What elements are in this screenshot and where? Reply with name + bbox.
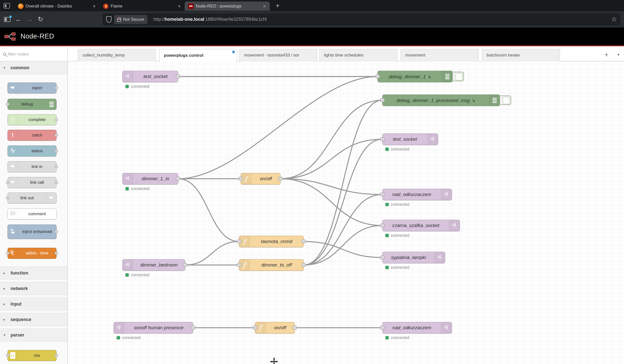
wire-onoff1-to-nad1[interactable]	[280, 179, 382, 194]
flow-node-ts_top[interactable]: test_socket	[122, 71, 178, 82]
filter-nodes-input[interactable]	[8, 52, 58, 57]
node-output-port[interactable]	[278, 177, 282, 180]
node-input-port[interactable]	[237, 263, 241, 267]
node-output-port[interactable]	[55, 134, 58, 136]
wire-onoff1-to-ts_right[interactable]	[280, 139, 382, 179]
node-output-port[interactable]	[292, 326, 297, 330]
node-input-port[interactable]	[380, 224, 385, 227]
shield-icon[interactable]	[106, 16, 112, 23]
node-output-port[interactable]	[301, 263, 306, 267]
debug-toggle-button[interactable]	[453, 72, 464, 81]
flow-tab-4[interactable]: movement	[401, 49, 479, 61]
node-output-port[interactable]	[55, 165, 58, 168]
node-input-port[interactable]	[376, 74, 380, 78]
security-badge[interactable]: Not Secure	[114, 15, 147, 24]
palette-node-csv[interactable]: 1.2csv	[8, 350, 57, 361]
browser-tab-2[interactable]: Node-RED : powerplugs×	[185, 2, 270, 11]
flow-node-czarna[interactable]: czarna_szafka_socket	[382, 220, 460, 231]
flow-node-dbg1[interactable]: debug_dimmer_1 ↘	[378, 71, 453, 82]
flow-node-d2off[interactable]: ƒdimmer_to_off	[239, 259, 304, 271]
node-input-port[interactable]	[380, 326, 385, 330]
wire-bedroom-to-tasmota[interactable]	[185, 242, 239, 265]
node-input-port[interactable]	[6, 196, 9, 199]
flow-tab-5[interactable]: batchroom heater	[482, 49, 560, 61]
node-output-port[interactable]	[55, 252, 58, 254]
node-input-port[interactable]	[239, 177, 243, 180]
flow-node-ts_right[interactable]: test_socket	[382, 134, 438, 145]
palette-node-inject[interactable]: inject	[8, 82, 57, 94]
flow-tab-2[interactable]: movement - tasmota433 / sor	[239, 49, 317, 61]
flow-node-onoff1[interactable]: ƒon/off	[241, 173, 280, 184]
add-flow-button[interactable]: +	[604, 51, 608, 59]
flow-node-dbg2[interactable]: debug_dimmer_1_processed_msg ↘	[382, 94, 500, 106]
node-input-port[interactable]	[6, 181, 9, 184]
flow-node-nad1[interactable]: nad_odkurzaczem	[382, 189, 452, 200]
node-input-port[interactable]	[380, 137, 385, 141]
browser-tab-0[interactable]: Overall climate - Dashbo×	[15, 2, 100, 11]
palette-node-link-out[interactable]: link out	[8, 192, 57, 204]
tab-close-icon[interactable]: ×	[176, 4, 182, 9]
flow-node-d1in[interactable]: dimmer_1_in	[122, 173, 178, 184]
node-output-port[interactable]	[176, 74, 180, 78]
node-output-port[interactable]	[55, 150, 58, 152]
palette-section-parser[interactable]: ▾parser	[0, 328, 67, 342]
node-output-port[interactable]	[55, 181, 58, 184]
node-input-port[interactable]	[6, 252, 9, 254]
palette-node-status[interactable]: status	[8, 146, 57, 156]
tab-close-icon[interactable]: ×	[91, 4, 97, 9]
node-output-port[interactable]	[55, 230, 58, 233]
flow-tab-0[interactable]: collect_humidity_temp	[78, 49, 156, 61]
flow-node-nad2[interactable]: nad_odkurzaczem	[382, 322, 452, 334]
palette-section-function[interactable]: ▸function	[0, 266, 67, 280]
debug-toggle-button[interactable]	[500, 96, 511, 105]
flow-node-onoff2[interactable]: ƒon/off	[255, 322, 295, 334]
palette-node-catch[interactable]: !catch	[8, 130, 57, 141]
wire-onoff1-to-czarna[interactable]	[280, 179, 382, 226]
node-output-port[interactable]	[191, 326, 195, 330]
wire-d2off-to-nad1[interactable]	[304, 194, 382, 265]
node-output-port[interactable]	[176, 177, 180, 180]
flow-tab-1[interactable]: powerplugs control	[159, 49, 237, 62]
flow-node-sonoff[interactable]: sonoff human presence	[114, 322, 193, 334]
sidebar-toggle-icon[interactable]	[4, 17, 11, 22]
bookmark-star-icon[interactable]: ☆	[611, 16, 617, 23]
node-input-port[interactable]	[253, 326, 257, 330]
palette-node-within-time[interactable]: within - time	[8, 248, 57, 259]
new-tab-button[interactable]: +	[274, 2, 281, 10]
node-input-port[interactable]	[237, 240, 241, 243]
reload-button[interactable]: ↻	[35, 16, 46, 23]
palette-section-common[interactable]: ▾common	[0, 61, 67, 74]
node-output-port[interactable]	[55, 118, 58, 121]
palette-node-link-in[interactable]: link in	[8, 161, 57, 172]
back-button[interactable]: ←	[13, 16, 24, 23]
palette-node-debug[interactable]: debug	[8, 99, 57, 110]
palette-section-network[interactable]: ▸network	[0, 282, 67, 295]
node-input-port[interactable]	[6, 354, 9, 357]
tab-close-icon[interactable]: ×	[261, 4, 267, 9]
node-input-port[interactable]	[380, 98, 385, 102]
node-output-port[interactable]	[183, 263, 187, 267]
node-output-port[interactable]	[55, 86, 58, 89]
wire-d2off-to-ts_right[interactable]	[304, 139, 382, 265]
flow-node-bedroom[interactable]: dimmer_bedroom	[122, 259, 185, 271]
tab-library-icon[interactable]	[4, 3, 10, 8]
flow-tab-3[interactable]: lights time schedules	[319, 49, 397, 61]
palette-node-inject-enhanced[interactable]: inject enhanced	[8, 224, 57, 239]
flow-canvas[interactable]: test_socketconnecteddebug_dimmer_1 ↘debu…	[68, 61, 624, 364]
node-output-port[interactable]	[55, 354, 58, 357]
url-bar[interactable]: Not Secure http://homelab-one.local:1880…	[103, 13, 620, 26]
palette-section-sequence[interactable]: ▸sequence	[0, 313, 67, 326]
node-input-port[interactable]	[380, 256, 385, 259]
palette-section-input[interactable]: ▸input	[0, 298, 67, 310]
node-input-port[interactable]	[380, 192, 385, 196]
wire-tasmota-to-sypial[interactable]	[304, 242, 382, 258]
node-input-port[interactable]	[6, 103, 9, 106]
browser-tab-1[interactable]: Flame×	[100, 2, 185, 11]
flow-node-sypial[interactable]: sypialnia_lampki	[382, 252, 445, 263]
wire-onoff1-to-dbg2[interactable]	[280, 100, 382, 179]
node-output-port[interactable]	[301, 240, 306, 243]
flow-list-menu-icon[interactable]: ▾	[617, 52, 619, 57]
palette-node-link-call[interactable]: link call	[8, 177, 57, 188]
palette-node-complete[interactable]: !complete	[8, 114, 57, 125]
palette-node-comment[interactable]: comment	[8, 208, 57, 220]
